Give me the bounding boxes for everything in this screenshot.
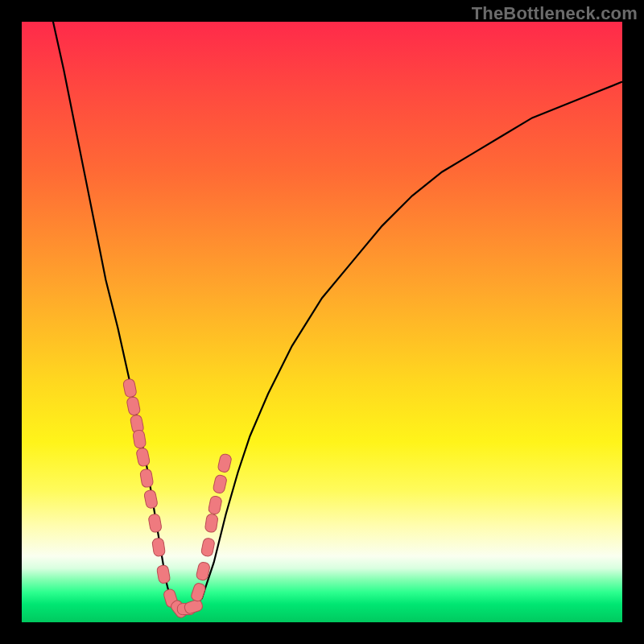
data-marker	[190, 582, 206, 602]
data-marker	[200, 538, 215, 557]
data-marker	[126, 396, 141, 415]
data-marker	[143, 489, 158, 509]
data-marker	[139, 469, 154, 488]
watermark-text: TheBottleneck.com	[472, 3, 638, 24]
data-marker	[152, 538, 166, 557]
data-marker	[122, 378, 137, 398]
bottleneck-curve	[52, 16, 622, 611]
data-markers	[122, 378, 232, 620]
data-marker	[213, 474, 228, 494]
data-marker	[156, 564, 171, 584]
data-marker	[217, 453, 233, 473]
data-marker	[133, 430, 147, 449]
data-marker	[208, 495, 222, 514]
data-marker	[184, 598, 204, 614]
data-marker	[136, 448, 151, 467]
chart-overlay	[22, 22, 622, 622]
data-marker	[204, 514, 218, 533]
data-marker	[148, 514, 163, 533]
chart-container: TheBottleneck.com	[0, 0, 644, 644]
